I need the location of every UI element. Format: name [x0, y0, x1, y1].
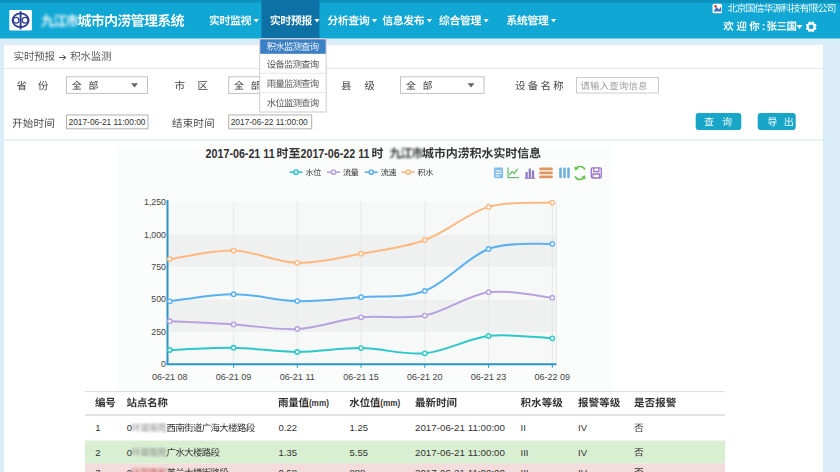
svg-text:3: 3 — [95, 467, 100, 472]
svg-text:06-21 08: 06-21 08 — [152, 372, 188, 382]
svg-text:2017-06-22 11: 2017-06-22 11 — [301, 147, 370, 161]
svg-text:1: 1 — [95, 422, 100, 433]
svg-text:IV: IV — [578, 447, 588, 458]
svg-text:1,000: 1,000 — [144, 230, 166, 240]
svg-text:06-21 23: 06-21 23 — [471, 372, 507, 382]
svg-text:0.58: 0.58 — [279, 467, 298, 472]
svg-text:IV: IV — [578, 422, 588, 433]
svg-text:888: 888 — [350, 467, 366, 472]
svg-text:06-21 15: 06-21 15 — [343, 372, 379, 382]
svg-text:2017-06-21 11: 2017-06-21 11 — [206, 147, 275, 161]
svg-text:0: 0 — [161, 359, 166, 369]
svg-text:06-21 11: 06-21 11 — [280, 372, 315, 382]
svg-text:0: 0 — [127, 422, 132, 433]
svg-text:1,250: 1,250 — [144, 197, 166, 207]
svg-text:500: 500 — [151, 294, 166, 304]
svg-text:0: 0 — [127, 467, 132, 472]
svg-text:2017-06-21 11:00:00: 2017-06-21 11:00:00 — [415, 468, 505, 472]
svg-text:06-21 20: 06-21 20 — [407, 372, 443, 382]
svg-text:1.25: 1.25 — [350, 422, 369, 433]
svg-text:5.55: 5.55 — [350, 447, 369, 458]
svg-text:750: 750 — [151, 262, 166, 272]
svg-text:2: 2 — [95, 447, 100, 458]
svg-text:2017-06-21 11:00:00: 2017-06-21 11:00:00 — [415, 448, 505, 458]
svg-text:2017-06-22 11:00:00: 2017-06-22 11:00:00 — [231, 117, 308, 127]
svg-text:II: II — [521, 422, 526, 433]
svg-text:2017-06-21 11:00:00: 2017-06-21 11:00:00 — [415, 423, 505, 433]
svg-text:250: 250 — [151, 327, 166, 337]
svg-text:III: III — [521, 467, 529, 472]
svg-text:2017-06-21 11:00:00: 2017-06-21 11:00:00 — [69, 117, 146, 127]
svg-text:06-22 09: 06-22 09 — [535, 372, 571, 382]
svg-text:06-21 09: 06-21 09 — [216, 372, 252, 382]
svg-text:0: 0 — [127, 447, 132, 458]
svg-text:0.22: 0.22 — [279, 422, 298, 433]
svg-text::: : — [762, 20, 766, 32]
svg-text:III: III — [521, 447, 529, 458]
svg-text:(mm): (mm) — [309, 398, 329, 408]
svg-text:IV: IV — [578, 467, 588, 472]
svg-text:1.35: 1.35 — [279, 447, 298, 458]
svg-text:(mm): (mm) — [380, 398, 400, 408]
